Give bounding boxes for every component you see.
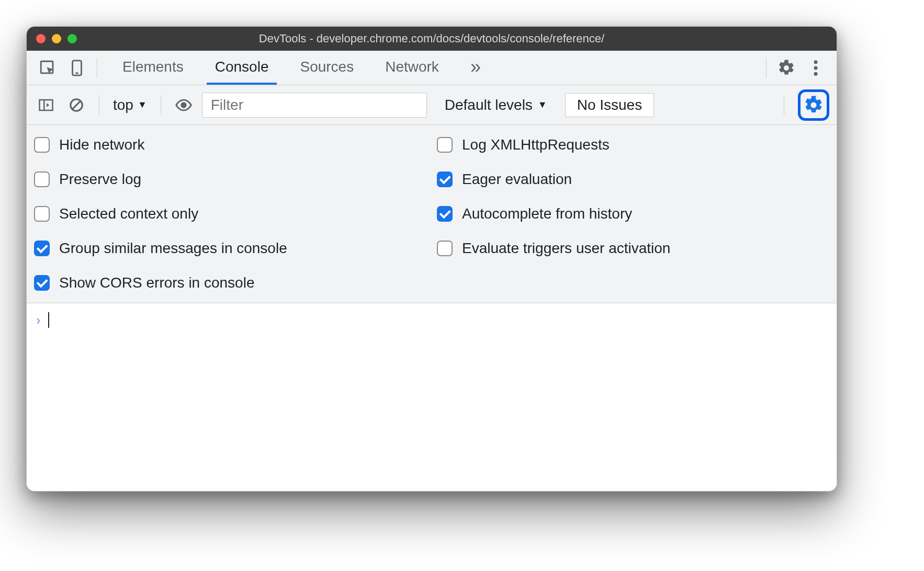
console-body: ›: [27, 303, 837, 491]
toggle-device-toolbar-icon[interactable]: [63, 54, 91, 82]
setting-label: Evaluate triggers user activation: [462, 240, 670, 257]
setting-selected-context[interactable]: Selected context only: [34, 205, 426, 222]
levels-label: Default levels: [445, 97, 533, 113]
context-label: top: [113, 97, 133, 113]
console-settings-button[interactable]: [798, 89, 829, 121]
main-tabs-row: Elements Console Sources Network »: [27, 51, 837, 85]
setting-log-xhr[interactable]: Log XMLHttpRequests: [437, 136, 829, 153]
tab-console[interactable]: Console: [207, 51, 277, 85]
checkbox[interactable]: [34, 275, 50, 291]
context-selector[interactable]: top ▼: [110, 97, 150, 113]
setting-evaluate-activation[interactable]: Evaluate triggers user activation: [437, 240, 829, 257]
tab-network[interactable]: Network: [377, 51, 447, 85]
setting-group-similar[interactable]: Group similar messages in console: [34, 240, 426, 257]
setting-label: Eager evaluation: [462, 171, 572, 188]
inspect-element-icon[interactable]: [34, 54, 61, 82]
prompt-chevron-icon: ›: [36, 312, 41, 328]
setting-autocomplete-history[interactable]: Autocomplete from history: [437, 205, 829, 222]
svg-point-10: [182, 102, 186, 107]
divider: [161, 95, 161, 115]
more-menu-icon[interactable]: [802, 54, 829, 82]
text-cursor: [48, 312, 49, 328]
issues-button[interactable]: No Issues: [565, 93, 655, 117]
window-title: DevTools - developer.chrome.com/docs/dev…: [259, 32, 604, 45]
devtools-window: DevTools - developer.chrome.com/docs/dev…: [26, 26, 837, 492]
tab-sources[interactable]: Sources: [291, 51, 362, 85]
issues-label: No Issues: [577, 97, 643, 113]
more-tabs-button[interactable]: »: [462, 51, 489, 85]
log-levels-selector[interactable]: Default levels ▼: [445, 97, 547, 113]
settings-gear-icon[interactable]: [773, 54, 800, 82]
window-minimize-button[interactable]: [52, 34, 61, 43]
checkbox[interactable]: [437, 206, 453, 222]
tab-label: Network: [385, 59, 439, 75]
svg-point-4: [814, 66, 817, 70]
checkbox[interactable]: [437, 241, 453, 256]
setting-label: Selected context only: [59, 205, 198, 222]
filter-input[interactable]: [202, 93, 427, 118]
svg-line-9: [73, 101, 81, 109]
console-settings-panel: Hide network Log XMLHttpRequests Preserv…: [27, 125, 837, 303]
chevron-down-icon: ▼: [138, 99, 147, 110]
console-prompt[interactable]: ›: [36, 311, 827, 329]
checkbox[interactable]: [34, 137, 50, 153]
divider: [97, 58, 97, 78]
chevron-down-icon: ▼: [538, 99, 547, 110]
setting-label: Log XMLHttpRequests: [462, 136, 610, 153]
titlebar: DevTools - developer.chrome.com/docs/dev…: [27, 27, 837, 51]
setting-show-cors[interactable]: Show CORS errors in console: [34, 275, 426, 291]
svg-rect-6: [40, 100, 53, 110]
checkbox[interactable]: [437, 172, 453, 187]
tab-label: Console: [215, 59, 269, 75]
divider: [784, 95, 784, 115]
setting-label: Group similar messages in console: [59, 240, 287, 257]
tab-list: Elements Console Sources Network »: [114, 51, 489, 85]
divider: [766, 58, 767, 78]
clear-console-icon[interactable]: [64, 93, 88, 117]
toggle-sidebar-icon[interactable]: [34, 93, 58, 117]
setting-label: Show CORS errors in console: [59, 275, 254, 291]
console-toolbar: top ▼ Default levels ▼ No Issues: [27, 85, 837, 125]
checkbox[interactable]: [34, 241, 50, 256]
checkbox[interactable]: [34, 206, 50, 222]
checkbox[interactable]: [437, 137, 453, 153]
window-close-button[interactable]: [36, 34, 46, 43]
svg-rect-0: [41, 61, 53, 73]
setting-preserve-log[interactable]: Preserve log: [34, 171, 426, 188]
setting-label: Autocomplete from history: [462, 205, 632, 222]
live-expression-eye-icon[interactable]: [172, 93, 196, 117]
traffic-lights: [36, 34, 77, 43]
checkbox[interactable]: [34, 172, 50, 187]
setting-hide-network[interactable]: Hide network: [34, 136, 426, 153]
divider: [99, 95, 99, 115]
setting-eager-evaluation[interactable]: Eager evaluation: [437, 171, 829, 188]
svg-point-5: [814, 72, 817, 75]
tab-elements[interactable]: Elements: [114, 51, 192, 85]
setting-label: Hide network: [59, 136, 144, 153]
tab-label: Elements: [122, 59, 184, 75]
window-zoom-button[interactable]: [67, 34, 77, 43]
setting-label: Preserve log: [59, 171, 141, 188]
tab-label: Sources: [300, 59, 354, 75]
svg-point-3: [814, 60, 817, 64]
